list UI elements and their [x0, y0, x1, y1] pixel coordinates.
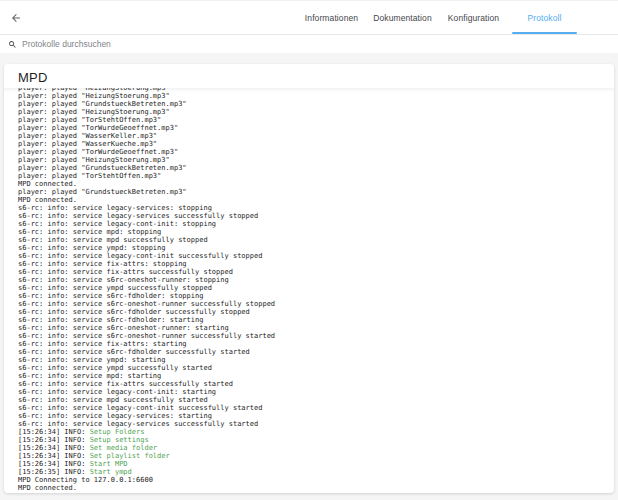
log-line: s6-rc: info: service s6rc-oneshot-runner…	[18, 276, 610, 284]
log-line: player: played "TorStehtOffen.mp3"	[18, 172, 610, 180]
content-area: MPD player: played "HeizungStoerung.mp3"…	[0, 53, 618, 500]
log-line-prefix: [15:26:34] INFO:	[18, 436, 90, 444]
log-line-message: Set media folder	[90, 444, 157, 452]
log-line-prefix: [15:26:34] INFO:	[18, 444, 90, 452]
log-line: player: played "TorWurdeGeoeffnet.mp3"	[18, 124, 610, 132]
log-line: s6-rc: info: service legacy-cont-init su…	[18, 404, 610, 412]
log-line: [15:26:35] INFO: Start ympd	[18, 468, 610, 476]
log-line: MPD connected.	[18, 180, 610, 188]
search-bar	[0, 35, 618, 53]
log-line-message: Setup Folders	[90, 428, 145, 436]
log-line: s6-rc: info: service legacy-services: st…	[18, 204, 610, 212]
tab-bar: InformationenDokumentationKonfigurationP…	[296, 1, 580, 34]
log-line: [15:26:34] INFO: Set playlist folder	[18, 452, 610, 460]
log-line: [15:26:34] INFO: Set media folder	[18, 444, 610, 452]
log-line-prefix: [15:26:34] INFO:	[18, 460, 90, 468]
log-line: s6-rc: info: service fix-attrs: starting	[18, 340, 610, 348]
log-line-prefix: [15:26:34] INFO:	[18, 452, 90, 460]
log-line: s6-rc: info: service mpd successfully st…	[18, 396, 610, 404]
tab-informationen[interactable]: Informationen	[296, 1, 367, 34]
log-line: MPD Connecting to 127.0.0.1:6600	[18, 476, 610, 484]
tab-dokumentation[interactable]: Dokumentation	[367, 1, 438, 34]
log-line: s6-rc: info: service mpd successfully st…	[18, 236, 610, 244]
log-output[interactable]: player: played "HeizungStoerung.mp3"play…	[4, 88, 614, 493]
log-card: MPD player: played "HeizungStoerung.mp3"…	[4, 64, 614, 493]
log-line: s6-rc: info: service legacy-cont-init: s…	[18, 220, 610, 228]
log-line: player: played "GrundstueckBetreten.mp3"	[18, 100, 610, 108]
log-line-message: Setup settings	[90, 436, 149, 444]
log-card-title: MPD	[4, 64, 614, 88]
log-line-prefix: [15:26:35] INFO:	[18, 468, 90, 476]
log-line: s6-rc: info: service s6rc-fdholder succe…	[18, 308, 610, 316]
app-window: InformationenDokumentationKonfigurationP…	[0, 1, 618, 500]
back-button[interactable]	[7, 10, 25, 26]
log-line: s6-rc: info: service ympd: starting	[18, 356, 610, 364]
log-line: [15:26:34] INFO: Setup settings	[18, 436, 610, 444]
log-line-message: Start ympd	[90, 468, 132, 476]
log-line: s6-rc: info: service ympd successfully s…	[18, 284, 610, 292]
log-line: player: played "HeizungStoerung.mp3"	[18, 92, 610, 100]
log-line-message: Set playlist folder	[90, 452, 170, 460]
tab-protokoll[interactable]: Protokoll	[509, 1, 580, 34]
log-lines: player: played "HeizungStoerung.mp3"play…	[18, 88, 610, 492]
log-line: s6-rc: info: service s6rc-oneshot-runner…	[18, 300, 610, 308]
log-line: s6-rc: info: service legacy-cont-init su…	[18, 252, 610, 260]
log-line: s6-rc: info: service legacy-services: st…	[18, 412, 610, 420]
log-line: s6-rc: info: service ympd: stopping	[18, 244, 610, 252]
log-line: s6-rc: info: service legacy-services suc…	[18, 420, 610, 428]
log-line: s6-rc: info: service fix-attrs: stopping	[18, 260, 610, 268]
log-line-message: Start MPD	[90, 460, 128, 468]
log-line: s6-rc: info: service s6rc-fdholder: star…	[18, 316, 610, 324]
search-input[interactable]	[22, 39, 610, 49]
log-line: s6-rc: info: service s6rc-oneshot-runner…	[18, 324, 610, 332]
log-line: player: played "GrundstueckBetreten.mp3"	[18, 164, 610, 172]
search-icon	[8, 40, 17, 49]
log-line: s6-rc: info: service fix-attrs successfu…	[18, 380, 610, 388]
tab-konfiguration[interactable]: Konfiguration	[438, 1, 509, 34]
log-line: s6-rc: info: service mpd: starting	[18, 372, 610, 380]
back-arrow-icon	[10, 12, 22, 27]
log-line: s6-rc: info: service ympd successfully s…	[18, 364, 610, 372]
top-bar: InformationenDokumentationKonfigurationP…	[0, 1, 618, 35]
log-line: s6-rc: info: service s6rc-fdholder: stop…	[18, 292, 610, 300]
log-line: player: played "TorWurdeGeoeffnet.mp3"	[18, 148, 610, 156]
log-line: s6-rc: info: service fix-attrs successfu…	[18, 268, 610, 276]
log-line: player: played "WasserKeller.mp3"	[18, 132, 610, 140]
log-line: player: played "HeizungStoerung.mp3"	[18, 108, 610, 116]
log-line: s6-rc: info: service legacy-services suc…	[18, 212, 610, 220]
log-line: [15:26:34] INFO: Setup Folders	[18, 428, 610, 436]
log-line: player: played "HeizungStoerung.mp3"	[18, 156, 610, 164]
log-line: player: played "WasserKueche.mp3"	[18, 140, 610, 148]
log-line: s6-rc: info: service mpd: stopping	[18, 228, 610, 236]
log-line: s6-rc: info: service s6rc-oneshot-runner…	[18, 332, 610, 340]
log-line: player: played "GrundstueckBetreten.mp3"	[18, 188, 610, 196]
log-line: MPD connected.	[18, 196, 610, 204]
log-line: s6-rc: info: service legacy-cont-init: s…	[18, 388, 610, 396]
log-line: [15:26:34] INFO: Start MPD	[18, 460, 610, 468]
log-line: player: played "TorStehtOffen.mp3"	[18, 116, 610, 124]
log-line: s6-rc: info: service s6rc-fdholder succe…	[18, 348, 610, 356]
log-line-prefix: [15:26:34] INFO:	[18, 428, 90, 436]
log-line: MPD connected.	[18, 484, 610, 492]
